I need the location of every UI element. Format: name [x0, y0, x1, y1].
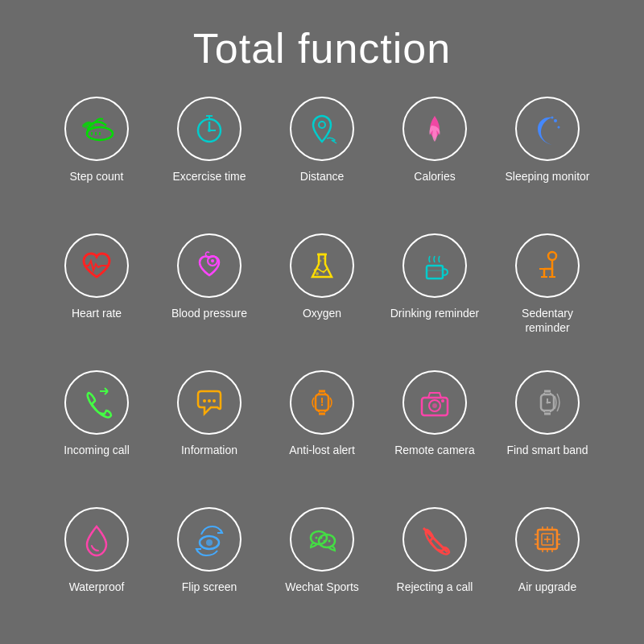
distance-label: Distance [300, 169, 344, 184]
drinking-reminder-label: Drinking reminder [390, 306, 479, 320]
heart-rate-label: Heart rate [72, 306, 122, 320]
features-grid: Step count Excercise time Distance [40, 89, 604, 636]
feature-find-smart-band: Find smart band [491, 362, 604, 499]
feature-anti-lost-alert: ! Anti-lost alert [266, 362, 378, 499]
svg-point-12 [554, 119, 557, 122]
feature-rejecting-call: Rejecting a call [378, 499, 491, 636]
svg-point-25 [548, 252, 556, 260]
svg-point-60 [320, 537, 323, 539]
oxygen-icon [303, 246, 341, 285]
air-upgrade-icon-circle [515, 507, 580, 572]
svg-point-43 [432, 403, 437, 408]
svg-point-22 [323, 258, 324, 259]
svg-point-10 [208, 129, 211, 132]
page-title: Total function [193, 24, 451, 72]
svg-point-31 [208, 399, 211, 402]
find-smart-band-label: Find smart band [506, 443, 588, 457]
rejecting-call-icon-circle [402, 507, 467, 572]
blood-pressure-label: Blood pressure [171, 306, 247, 320]
incoming-call-icon [77, 383, 116, 422]
sleeping-monitor-label: Sleeping monitor [505, 169, 589, 184]
distance-icon [303, 109, 341, 148]
air-upgrade-icon [528, 520, 567, 559]
svg-text:↑: ↑ [212, 260, 214, 265]
feature-step-count: Step count [40, 89, 153, 225]
wechat-sports-icon-circle [290, 507, 354, 572]
svg-point-19 [316, 272, 319, 275]
rejecting-call-icon [415, 520, 454, 559]
feature-wechat-sports: Wechat Sports [266, 499, 378, 636]
step-count-icon [77, 109, 116, 148]
remote-camera-label: Remote camera [394, 443, 475, 457]
svg-point-20 [323, 271, 325, 274]
oxygen-icon-circle [290, 233, 354, 298]
feature-sleeping-monitor: Sleeping monitor [491, 89, 604, 225]
exercise-time-icon-circle [177, 97, 242, 161]
waterproof-icon-circle [64, 507, 129, 572]
feature-distance: Distance [266, 89, 378, 225]
information-icon-circle [177, 370, 242, 435]
waterproof-icon [77, 520, 116, 559]
distance-icon-circle [290, 97, 354, 161]
feature-blood-pressure: ↑ Blood pressure [153, 225, 266, 362]
feature-information: Information [153, 362, 266, 499]
feature-waterproof: Waterproof [40, 499, 153, 636]
drinking-reminder-icon-circle [402, 233, 467, 298]
wechat-sports-label: Wechat Sports [285, 580, 359, 594]
svg-point-61 [324, 540, 326, 543]
feature-sedentary-reminder: Sedentary reminder [491, 225, 604, 362]
svg-point-13 [558, 126, 560, 129]
information-label: Information [181, 443, 237, 457]
flip-screen-icon [190, 520, 229, 559]
incoming-call-icon-circle [64, 370, 129, 435]
sleeping-monitor-icon-circle [515, 97, 580, 161]
svg-point-32 [213, 399, 216, 402]
feature-air-upgrade: Air upgrade [491, 499, 604, 636]
heart-rate-icon-circle [64, 233, 129, 298]
feature-calories: Calories [378, 89, 491, 225]
step-count-icon-circle [64, 97, 129, 161]
svg-point-62 [328, 540, 331, 543]
information-icon [190, 383, 229, 422]
calories-label: Calories [414, 169, 455, 184]
svg-point-4 [82, 122, 95, 129]
incoming-call-label: Incoming call [64, 443, 130, 457]
anti-lost-alert-label: Anti-lost alert [289, 443, 355, 457]
exercise-time-icon [190, 109, 229, 148]
feature-exercise-time: Excercise time [153, 89, 266, 225]
find-smart-band-icon-circle [515, 370, 580, 435]
feature-remote-camera: Remote camera [378, 362, 491, 499]
calories-icon [415, 109, 454, 148]
svg-point-21 [320, 260, 322, 262]
svg-point-14 [551, 117, 554, 119]
exercise-time-label: Excercise time [172, 169, 246, 184]
find-smart-band-icon [528, 383, 567, 422]
waterproof-label: Waterproof [69, 580, 125, 594]
feature-flip-screen: Flip screen [153, 499, 266, 636]
sedentary-reminder-icon-circle [515, 233, 580, 298]
blood-pressure-icon-circle: ↑ [177, 233, 242, 298]
svg-point-56 [206, 539, 213, 546]
step-count-label: Step count [70, 169, 124, 184]
anti-lost-alert-icon: ! [303, 383, 341, 422]
sedentary-reminder-label: Sedentary reminder [499, 306, 596, 335]
svg-point-44 [441, 399, 444, 402]
feature-heart-rate: Heart rate [40, 225, 153, 362]
blood-pressure-icon: ↑ [190, 246, 229, 285]
anti-lost-alert-icon-circle: ! [290, 370, 354, 435]
rejecting-call-label: Rejecting a call [397, 580, 473, 594]
calories-icon-circle [402, 97, 467, 161]
svg-point-11 [319, 122, 325, 128]
remote-camera-icon-circle [402, 370, 467, 435]
air-upgrade-label: Air upgrade [518, 580, 576, 594]
svg-rect-23 [427, 266, 443, 279]
sleeping-monitor-icon [528, 109, 567, 148]
oxygen-label: Oxygen [303, 306, 341, 320]
svg-point-59 [316, 537, 318, 539]
flip-screen-label: Flip screen [182, 580, 237, 594]
remote-camera-icon [415, 383, 454, 422]
heart-rate-icon [77, 246, 116, 285]
feature-drinking-reminder: Drinking reminder [378, 225, 491, 362]
flip-screen-icon-circle [177, 507, 242, 572]
svg-point-54 [547, 402, 549, 404]
